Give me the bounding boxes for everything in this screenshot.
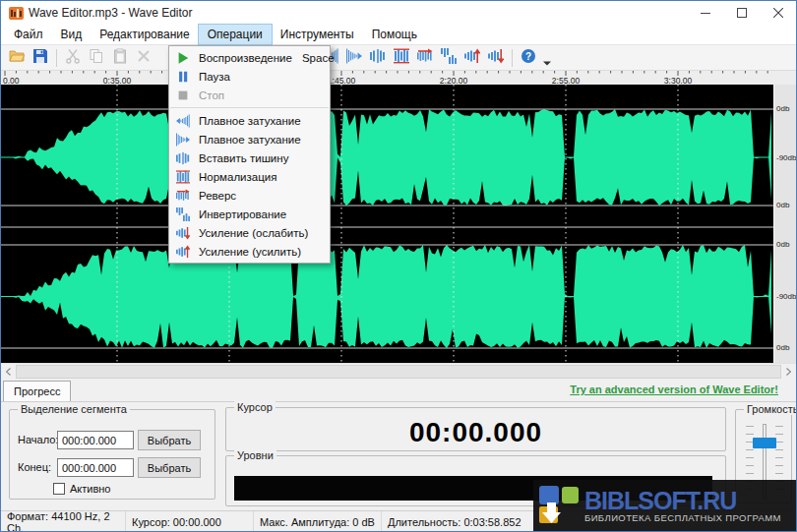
biblsoft-logo-icon — [539, 486, 581, 525]
menu-bar: ФайлВидРедактированиеОперацииИнструменты… — [1, 25, 796, 45]
svg-text:0.00: 0.00 — [3, 76, 20, 86]
fade-out-toolbar-button[interactable] — [342, 46, 366, 70]
menu-item-insert-silence[interactable]: Вставить тишину — [169, 148, 330, 167]
invert-icon — [175, 207, 191, 222]
cut-icon — [65, 48, 81, 68]
minimize-button[interactable] — [687, 1, 723, 25]
menu-item-stop: Стоп — [169, 86, 330, 104]
help-toolbar-button[interactable]: ? — [517, 46, 540, 70]
db-scale-label: 0db — [776, 105, 789, 113]
volume-slider-handle[interactable] — [753, 438, 776, 448]
status-field-0: Формат: 44100 Hz, 2 Ch. — [1, 511, 126, 532]
segment-end-choose-button[interactable]: Выбрать — [138, 457, 201, 478]
silence-icon — [370, 48, 386, 68]
menu-item-normalize[interactable]: Нормализация — [169, 167, 330, 186]
menu-item-label: Инвертирование — [199, 208, 286, 220]
reverse-icon — [417, 48, 433, 68]
menubar-item-tools[interactable]: Инструменты — [272, 25, 363, 44]
reverse-toolbar-button[interactable] — [413, 46, 437, 70]
db-scale: 0db-90db0db0db-90db0db — [773, 85, 796, 363]
menu-item-amplify-increase[interactable]: Усиление (усилить) — [169, 242, 330, 261]
menubar-item-help[interactable]: Помощь — [363, 25, 426, 44]
waveform-canvas[interactable] — [1, 85, 773, 363]
menu-item-amplify-decrease[interactable]: Усиление (ослабить) — [169, 223, 330, 242]
segment-end-input[interactable] — [57, 458, 134, 477]
normalize-toolbar-button[interactable] — [390, 46, 413, 70]
toolbar-separator — [512, 49, 513, 67]
horizontal-scrollbar[interactable] — [1, 363, 796, 380]
close-button[interactable] — [760, 1, 796, 25]
menubar-item-edit[interactable]: Редактирование — [91, 25, 198, 44]
time-ruler[interactable]: 0.000:35.001:10.001:45.002:20.002:55.003… — [1, 71, 796, 85]
tab-progress[interactable]: Прогресс — [3, 381, 71, 401]
watermark-subtitle: БИБЛИОТЕКА БЕСПЛАТНЫХ ПРОГРАММ — [584, 512, 781, 523]
biblsoft-watermark: BIBLSOFT.RU БИБЛИОТЕКА БЕСПЛАТНЫХ ПРОГРА… — [533, 480, 796, 531]
scroll-left-arrow[interactable] — [1, 364, 16, 380]
copy-icon — [89, 48, 104, 68]
amp-up-icon — [464, 48, 480, 68]
menu-item-shortcut: Space — [292, 52, 335, 64]
play-icon — [175, 50, 191, 66]
save-toolbar-button[interactable] — [29, 46, 52, 70]
toolbar-overflow-chevron-icon[interactable] — [540, 46, 554, 70]
help-icon: ? — [521, 48, 536, 68]
svg-text:2:55.00: 2:55.00 — [552, 76, 581, 86]
pause-icon — [175, 69, 191, 85]
menu-item-fade-in[interactable]: Плавное затухание — [169, 111, 330, 130]
copy-toolbar-button — [85, 46, 108, 70]
db-scale-label: -90db — [776, 293, 796, 301]
paste-icon — [112, 48, 128, 68]
menu-item-label: Стоп — [199, 89, 224, 101]
db-scale-label: -90db — [776, 154, 796, 162]
svg-text:2:20.00: 2:20.00 — [440, 76, 468, 86]
invert-icon — [441, 48, 457, 68]
maximize-button[interactable] — [723, 1, 760, 25]
segment-selection-group: Выделение сегмента Начало: Выбрать Конец… — [9, 409, 215, 500]
menubar-item-file[interactable]: Файл — [5, 25, 52, 44]
amp-down-icon — [488, 48, 504, 68]
svg-text:0:35.00: 0:35.00 — [103, 76, 132, 86]
segment-active-checkbox[interactable] — [53, 483, 65, 495]
cut-toolbar-button — [61, 46, 85, 70]
menu-item-label: Плавное затухание — [199, 115, 301, 127]
app-icon — [9, 6, 24, 21]
menu-item-fade-out[interactable]: Плавное затухание — [169, 130, 330, 148]
operations-menu: ВоспроизведениеSpaceПаузаСтопПлавное зат… — [168, 45, 331, 264]
save-icon — [32, 48, 48, 68]
menu-item-label: Реверс — [199, 190, 236, 202]
open-toolbar-button[interactable] — [5, 46, 29, 70]
amplify-increase-toolbar-button[interactable] — [460, 46, 484, 70]
scrollbar-thumb[interactable] — [16, 365, 781, 379]
segment-start-input[interactable] — [57, 431, 134, 449]
insert-silence-toolbar-button[interactable] — [366, 46, 390, 70]
menu-item-reverse[interactable]: Реверс — [169, 186, 330, 205]
segment-end-label: Конец: — [18, 461, 51, 473]
cursor-group: Курсор 00:00.000 — [225, 407, 726, 451]
status-field-2: Макс. Амплитуда: 0 dB — [254, 511, 382, 532]
menu-item-label: Усиление (ослабить) — [199, 227, 308, 239]
db-scale-label: 0db — [776, 344, 789, 352]
menu-item-pause[interactable]: Пауза — [169, 67, 330, 86]
amplify-decrease-toolbar-button[interactable] — [484, 46, 508, 70]
invert-toolbar-button[interactable] — [437, 46, 460, 70]
db-scale-label: 0db — [776, 241, 789, 249]
svg-text:3:30.00: 3:30.00 — [664, 76, 693, 86]
menu-item-play[interactable]: ВоспроизведениеSpace — [169, 48, 330, 67]
levels-group-title: Уровни — [234, 449, 276, 461]
upgrade-link[interactable]: Try an advanced version of Wave Editor! — [570, 384, 778, 395]
menubar-item-operations[interactable]: Операции — [199, 25, 272, 44]
menu-item-invert[interactable]: Инвертирование — [169, 205, 330, 223]
reverse-icon — [175, 188, 191, 204]
amp-down-icon — [175, 225, 191, 241]
scroll-right-arrow[interactable] — [781, 364, 796, 380]
delete-icon — [136, 48, 152, 68]
cursor-time-display: 00:00.000 — [226, 417, 725, 448]
menubar-item-view[interactable]: Вид — [52, 25, 92, 44]
svg-text:?: ? — [525, 50, 531, 61]
tab-bar: Прогресс Try an advanced version of Wave… — [1, 380, 796, 402]
segment-start-choose-button[interactable]: Выбрать — [138, 430, 201, 450]
amp-up-icon — [175, 244, 191, 260]
silence-icon — [175, 150, 191, 166]
menu-item-label: Воспроизведение — [199, 52, 292, 64]
normalize-icon — [394, 48, 409, 68]
